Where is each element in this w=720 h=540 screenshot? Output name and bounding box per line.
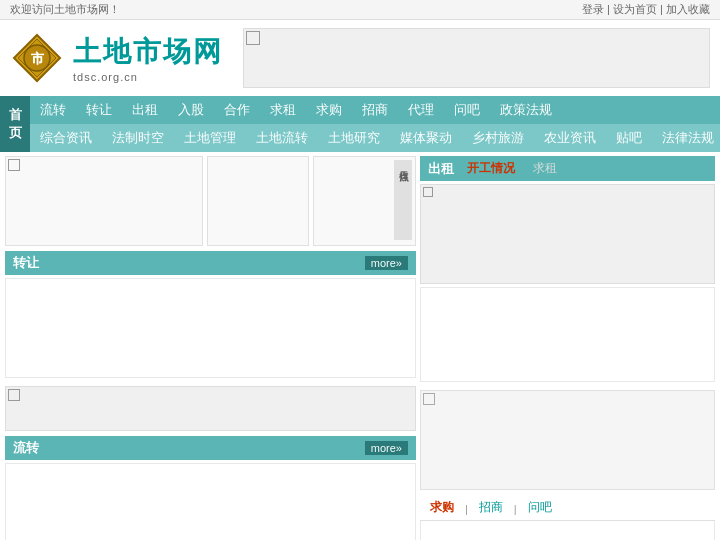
top-links: 登录 | 设为首页 | 加入收藏 <box>582 2 710 17</box>
chuzu-tab-kaigong[interactable]: 开工情况 <box>462 159 520 178</box>
add-favorite-link[interactable]: 加入收藏 <box>666 3 710 15</box>
navigation: 首 页 流转 转让 出租 入股 合作 求租 求购 招商 代理 问吧 政策法规 综… <box>0 96 720 152</box>
nav-rugu[interactable]: 入股 <box>168 99 214 121</box>
chuzu-image <box>420 184 715 284</box>
logo-icon: 市 市 <box>10 31 65 86</box>
nav-row-bottom: 综合资讯 法制时空 土地管理 土地流转 土地研究 媒体聚动 乡村旅游 农业资讯 … <box>30 124 720 152</box>
top-image-row: 往日焦点 <box>5 156 416 246</box>
right-sidebar: 出租 开工情况 求租 求购 | 招商 | <box>420 156 715 540</box>
right-ad-banner <box>420 390 715 490</box>
nav-tdlz[interactable]: 土地流转 <box>246 127 318 149</box>
site-subtitle: tdsc.org.cn <box>73 71 223 83</box>
nav-tabs: 流转 转让 出租 入股 合作 求租 求购 招商 代理 问吧 政策法规 综合资讯 … <box>30 96 720 152</box>
nav-qiuzu[interactable]: 求租 <box>260 99 306 121</box>
top-bar: 欢迎访问土地市场网！ 登录 | 设为首页 | 加入收藏 <box>0 0 720 20</box>
nav-chuzu[interactable]: 出租 <box>122 99 168 121</box>
zhuanrang-content <box>5 278 416 378</box>
site-title: 土地市场网 <box>73 33 223 71</box>
zhuanrang-section: 转让 more» <box>5 251 416 378</box>
zhuanrang-header: 转让 more» <box>5 251 416 275</box>
nav-agri[interactable]: 农业资讯 <box>534 127 606 149</box>
nav-wenba[interactable]: 问吧 <box>444 99 490 121</box>
login-link[interactable]: 登录 <box>582 3 604 15</box>
header-banner <box>243 28 710 88</box>
zhuanrang-more[interactable]: more» <box>365 256 408 270</box>
nav-tdgl[interactable]: 土地管理 <box>174 127 246 149</box>
nav-hezuo[interactable]: 合作 <box>214 99 260 121</box>
chuzu-content <box>420 287 715 382</box>
nav-home-button[interactable]: 首 页 <box>0 96 30 152</box>
header: 市 市 土地市场网 tdsc.org.cn <box>0 20 720 96</box>
qiugou-tabs: 求购 | 招商 | 问吧 <box>420 495 715 521</box>
hot-dates-sidebar: 往日焦点 <box>394 160 412 240</box>
liuzhuan-header: 流转 more» <box>5 436 416 460</box>
nav-law[interactable]: 法律法规 <box>652 127 720 149</box>
nav-village[interactable]: 乡村旅游 <box>462 127 534 149</box>
chuzu-title: 出租 <box>428 160 454 178</box>
qiugou-content <box>420 521 715 540</box>
chuzu-tab-qiuzu[interactable]: 求租 <box>528 159 562 178</box>
nav-tieba[interactable]: 贴吧 <box>606 127 652 149</box>
zhuanrang-title: 转让 <box>13 254 39 272</box>
chuzu-section: 出租 开工情况 求租 <box>420 156 715 382</box>
liuzhuan-content <box>5 463 416 540</box>
chuzu-header: 出租 开工情况 求租 <box>420 156 715 181</box>
liuzhuan-title: 流转 <box>13 439 39 457</box>
main-content: 往日焦点 转让 more» 流转 more» <box>5 156 416 540</box>
top-banner-right: 往日焦点 <box>313 156 416 246</box>
nav-zhuanrang[interactable]: 转让 <box>76 99 122 121</box>
liuzhuan-section: 流转 more» <box>5 436 416 540</box>
qiugou-section: 求购 | 招商 | 问吧 <box>420 495 715 540</box>
nav-liuzhuan[interactable]: 流转 <box>30 99 76 121</box>
tab-wenba[interactable]: 问吧 <box>523 498 557 517</box>
logo-area: 市 市 土地市场网 tdsc.org.cn <box>10 31 223 86</box>
nav-zhaoshang[interactable]: 招商 <box>352 99 398 121</box>
nav-tdyj[interactable]: 土地研究 <box>318 127 390 149</box>
nav-qiugou[interactable]: 求购 <box>306 99 352 121</box>
nav-fazhi[interactable]: 法制时空 <box>102 127 174 149</box>
top-banner-mid <box>207 156 310 246</box>
nav-media[interactable]: 媒体聚动 <box>390 127 462 149</box>
logo-text: 土地市场网 tdsc.org.cn <box>73 33 223 83</box>
tab-qiugou[interactable]: 求购 <box>425 498 459 517</box>
set-homepage-link[interactable]: 设为首页 <box>613 3 657 15</box>
wide-banner <box>5 386 416 431</box>
welcome-text: 欢迎访问土地市场网！ <box>10 2 120 17</box>
tab-zhaoshang[interactable]: 招商 <box>474 498 508 517</box>
nav-zonghe[interactable]: 综合资讯 <box>30 127 102 149</box>
nav-policy[interactable]: 政策法规 <box>490 99 562 121</box>
top-banner-left <box>5 156 203 246</box>
liuzhuan-more[interactable]: more» <box>365 441 408 455</box>
nav-daili[interactable]: 代理 <box>398 99 444 121</box>
nav-row-top: 流转 转让 出租 入股 合作 求租 求购 招商 代理 问吧 政策法规 <box>30 96 720 124</box>
svg-text:市: 市 <box>31 51 45 66</box>
chuzu-img-indicator <box>423 187 433 197</box>
chuzu-tabs-row: 出租 开工情况 求租 <box>428 159 562 178</box>
